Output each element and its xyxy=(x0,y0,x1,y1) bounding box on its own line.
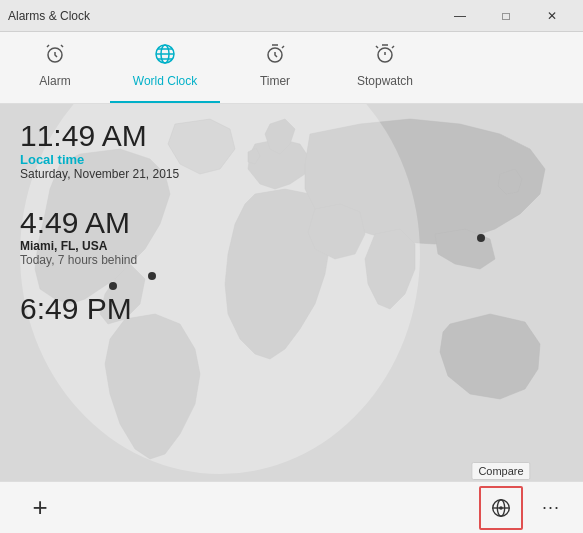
tab-stopwatch[interactable]: Stopwatch xyxy=(330,32,440,103)
timer-icon xyxy=(263,42,287,70)
third-time: 6:49 PM xyxy=(20,292,179,325)
clock-entry-miami: 4:49 AM Miami, FL, USA Today, 7 hours be… xyxy=(20,206,179,267)
svg-line-2 xyxy=(61,45,63,47)
tab-timer-label: Timer xyxy=(260,74,290,88)
bottom-bar: + Compare ··· xyxy=(0,481,583,533)
more-icon: ··· xyxy=(542,497,560,518)
more-options-button[interactable]: ··· xyxy=(531,488,571,528)
maximize-button[interactable]: □ xyxy=(483,0,529,32)
compare-wrapper: Compare xyxy=(479,486,523,530)
miami-label-primary: Miami, FL, USA xyxy=(20,239,179,253)
world-clock-icon xyxy=(153,42,177,70)
tab-timer[interactable]: Timer xyxy=(220,32,330,103)
add-clock-button[interactable]: + xyxy=(20,488,60,528)
map-dot-far-east xyxy=(477,234,485,242)
local-time: 11:49 AM xyxy=(20,119,179,152)
compare-icon xyxy=(490,497,512,519)
title-bar: Alarms & Clock — □ ✕ xyxy=(0,0,583,32)
tab-stopwatch-label: Stopwatch xyxy=(357,74,413,88)
svg-point-20 xyxy=(499,506,503,510)
compare-tooltip: Compare xyxy=(471,462,530,480)
clock-entry-local: 11:49 AM Local time Saturday, November 2… xyxy=(20,119,179,181)
svg-line-13 xyxy=(392,46,394,48)
miami-time: 4:49 AM xyxy=(20,206,179,239)
clock-entry-third: 6:49 PM xyxy=(20,292,179,325)
svg-line-10 xyxy=(282,46,284,48)
tab-alarm-label: Alarm xyxy=(39,74,70,88)
compare-button[interactable] xyxy=(479,486,523,530)
clock-entries: 11:49 AM Local time Saturday, November 2… xyxy=(20,119,179,325)
minimize-button[interactable]: — xyxy=(437,0,483,32)
window-controls: — □ ✕ xyxy=(437,0,575,32)
tab-bar: Alarm World Clock Timer xyxy=(0,32,583,104)
stopwatch-icon xyxy=(373,42,397,70)
window-title: Alarms & Clock xyxy=(8,9,437,23)
local-label-secondary: Saturday, November 21, 2015 xyxy=(20,167,179,181)
svg-line-14 xyxy=(376,46,378,48)
tab-world-clock-label: World Clock xyxy=(133,74,197,88)
close-button[interactable]: ✕ xyxy=(529,0,575,32)
miami-label-sub: Today, 7 hours behind xyxy=(20,253,179,267)
tab-alarm[interactable]: Alarm xyxy=(0,32,110,103)
main-content: 11:49 AM Local time Saturday, November 2… xyxy=(0,104,583,481)
svg-line-1 xyxy=(47,45,49,47)
tab-world-clock[interactable]: World Clock xyxy=(110,32,220,103)
local-label-primary: Local time xyxy=(20,152,179,167)
alarm-icon xyxy=(43,42,67,70)
